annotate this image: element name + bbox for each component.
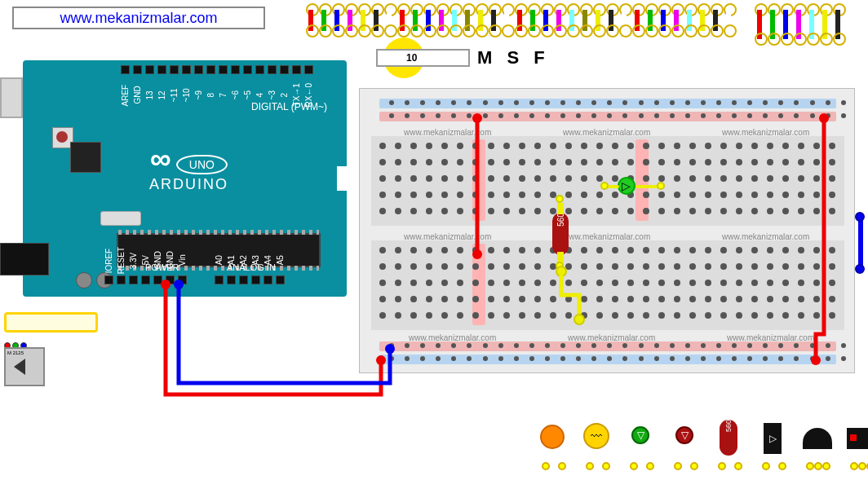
breadboard-column[interactable]: [457, 247, 463, 319]
breadboard-column[interactable]: [813, 143, 820, 214]
rail-hole[interactable]: [826, 343, 830, 348]
pin[interactable]: [104, 275, 113, 284]
rail-hole[interactable]: [420, 113, 425, 118]
rail-hole[interactable]: [639, 113, 644, 118]
led-green[interactable]: [618, 177, 636, 195]
rail-hole[interactable]: [763, 100, 768, 105]
pin[interactable]: [219, 65, 228, 74]
pin[interactable]: [145, 65, 154, 74]
header-top[interactable]: [121, 65, 313, 82]
breadboard[interactable]: www.mekanizmalar.com www.mekanizmalar.co…: [359, 88, 855, 373]
breadboard-column[interactable]: [596, 247, 603, 319]
rail-hole[interactable]: [483, 343, 488, 348]
rail-hole[interactable]: [732, 343, 737, 348]
wire-pin[interactable]: [593, 3, 604, 37]
rail-hole[interactable]: [405, 343, 410, 348]
wire-pin[interactable]: [319, 3, 330, 37]
breadboard-column[interactable]: [488, 143, 494, 214]
rail-hole[interactable]: [607, 356, 612, 361]
resistor-icon[interactable]: 560: [715, 420, 746, 465]
breadboard-column[interactable]: [658, 247, 665, 319]
rail-hole[interactable]: [810, 356, 815, 361]
wire-pin-long[interactable]: [807, 3, 818, 46]
breadboard-column[interactable]: [767, 143, 773, 214]
breadboard-column[interactable]: [503, 143, 510, 214]
rail-hole[interactable]: [389, 343, 394, 348]
wire-pin[interactable]: [463, 3, 474, 37]
rail-hole[interactable]: [467, 356, 472, 361]
rail-hole[interactable]: [483, 356, 488, 361]
wire-pin[interactable]: [645, 3, 657, 37]
rail-hole[interactable]: [747, 343, 752, 348]
breadboard-column[interactable]: [612, 143, 618, 214]
rail-hole[interactable]: [732, 113, 737, 118]
wire-pin[interactable]: [436, 3, 448, 37]
rail-hole[interactable]: [514, 113, 519, 118]
wire-pin[interactable]: [684, 3, 696, 37]
rail-hole[interactable]: [654, 356, 659, 361]
breadboard-column[interactable]: [767, 247, 773, 319]
breadboard-column[interactable]: [751, 143, 758, 214]
rail-hole[interactable]: [545, 100, 550, 105]
rail-hole[interactable]: [810, 343, 815, 348]
rail-hole[interactable]: [467, 113, 472, 118]
wire-pin[interactable]: [671, 3, 683, 37]
breadboard-column[interactable]: [534, 143, 541, 214]
wire-pin[interactable]: [358, 3, 370, 37]
breadboard-column[interactable]: [720, 143, 727, 214]
led-red-icon[interactable]: ▽: [671, 420, 702, 465]
rail-hole[interactable]: [654, 343, 659, 348]
rail-hole[interactable]: [545, 113, 550, 118]
breadboard-column[interactable]: [379, 247, 386, 319]
breadboard-column[interactable]: [503, 247, 510, 319]
rail-hole[interactable]: [716, 343, 721, 348]
message-bar[interactable]: [4, 312, 98, 333]
rail-hole[interactable]: [545, 356, 550, 361]
breadboard-column[interactable]: [596, 143, 603, 214]
wire-pin[interactable]: [711, 3, 722, 37]
rail-hole[interactable]: [747, 113, 752, 118]
rail-hole[interactable]: [405, 356, 410, 361]
breadboard-column[interactable]: [689, 247, 696, 319]
breadboard-column[interactable]: [674, 143, 680, 214]
rail-hole[interactable]: [841, 343, 846, 348]
pin[interactable]: [178, 275, 187, 284]
rail-hole[interactable]: [560, 113, 565, 118]
rail-hole[interactable]: [576, 113, 581, 118]
wire-pin[interactable]: [371, 3, 383, 37]
breadboard-column[interactable]: [565, 247, 572, 319]
wire-pin-long[interactable]: [781, 3, 792, 46]
rail-hole[interactable]: [841, 113, 846, 118]
site-url[interactable]: www.mekanizmalar.com: [12, 7, 265, 29]
rail-hole[interactable]: [622, 100, 627, 105]
breadboard-column[interactable]: [410, 143, 417, 214]
rail-hole[interactable]: [639, 343, 644, 348]
rail-hole[interactable]: [778, 343, 783, 348]
rail-hole[interactable]: [436, 356, 441, 361]
wire-pin-long[interactable]: [833, 3, 844, 46]
rail-hole[interactable]: [622, 113, 627, 118]
rail-hole[interactable]: [810, 100, 815, 105]
component-palette[interactable]: 〰 ▽ ▽ 560 ▷: [538, 420, 868, 465]
rail-hole[interactable]: [622, 356, 627, 361]
rail-hole[interactable]: [732, 356, 737, 361]
breadboard-column[interactable]: [813, 247, 820, 319]
wire-pin[interactable]: [541, 3, 552, 37]
breadboard-column[interactable]: [550, 247, 556, 319]
breadboard-column[interactable]: [457, 143, 463, 214]
pin[interactable]: [268, 65, 277, 74]
rail-hole[interactable]: [654, 113, 659, 118]
rail-hole[interactable]: [560, 343, 565, 348]
rail-hole[interactable]: [529, 100, 534, 105]
capacitor-icon[interactable]: [538, 420, 569, 465]
rail-hole[interactable]: [467, 343, 472, 348]
rail-hole[interactable]: [389, 356, 394, 361]
pin[interactable]: [264, 275, 272, 284]
breadboard-column[interactable]: [689, 143, 696, 214]
pin[interactable]: [166, 275, 175, 284]
rail-hole[interactable]: [451, 113, 456, 118]
rail-hole[interactable]: [778, 100, 783, 105]
pin[interactable]: [153, 275, 162, 284]
breadboard-column[interactable]: [627, 247, 634, 319]
wire-end[interactable]: [855, 212, 865, 222]
